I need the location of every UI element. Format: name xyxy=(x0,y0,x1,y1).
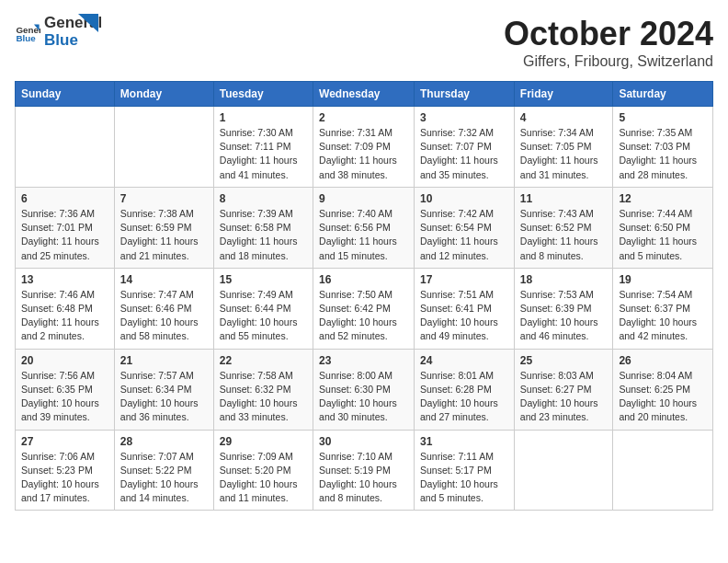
day-number: 31 xyxy=(420,435,508,448)
calendar-cell: 21Sunrise: 7:57 AM Sunset: 6:34 PM Dayli… xyxy=(114,349,213,430)
day-info: Sunrise: 7:43 AM Sunset: 6:52 PM Dayligh… xyxy=(520,207,608,263)
day-number: 22 xyxy=(220,354,307,367)
calendar-cell: 15Sunrise: 7:49 AM Sunset: 6:44 PM Dayli… xyxy=(213,268,313,349)
day-info: Sunrise: 7:38 AM Sunset: 6:59 PM Dayligh… xyxy=(120,207,208,263)
calendar-cell: 26Sunrise: 8:04 AM Sunset: 6:25 PM Dayli… xyxy=(613,349,713,430)
calendar-cell xyxy=(514,430,613,511)
day-number: 10 xyxy=(420,192,508,205)
day-number: 7 xyxy=(120,192,208,205)
calendar-cell: 17Sunrise: 7:51 AM Sunset: 6:41 PM Dayli… xyxy=(415,268,515,349)
day-info: Sunrise: 7:07 AM Sunset: 5:22 PM Dayligh… xyxy=(120,450,208,506)
calendar-cell: 25Sunrise: 8:03 AM Sunset: 6:27 PM Dayli… xyxy=(514,349,613,430)
day-number: 13 xyxy=(21,273,108,286)
calendar-week-row: 6Sunrise: 7:36 AM Sunset: 7:01 PM Daylig… xyxy=(16,187,713,268)
calendar-week-row: 1Sunrise: 7:30 AM Sunset: 7:11 PM Daylig… xyxy=(16,107,713,188)
day-info: Sunrise: 7:06 AM Sunset: 5:23 PM Dayligh… xyxy=(21,450,108,506)
day-info: Sunrise: 7:39 AM Sunset: 6:58 PM Dayligh… xyxy=(220,207,307,263)
day-info: Sunrise: 7:53 AM Sunset: 6:39 PM Dayligh… xyxy=(520,288,608,344)
day-number: 3 xyxy=(420,111,508,124)
day-info: Sunrise: 7:11 AM Sunset: 5:17 PM Dayligh… xyxy=(420,450,508,506)
day-info: Sunrise: 7:34 AM Sunset: 7:05 PM Dayligh… xyxy=(520,126,608,182)
calendar-week-row: 13Sunrise: 7:46 AM Sunset: 6:48 PM Dayli… xyxy=(16,268,713,349)
calendar-cell xyxy=(613,430,713,511)
svg-marker-3 xyxy=(78,14,98,32)
day-number: 27 xyxy=(21,435,108,448)
day-number: 14 xyxy=(120,273,208,286)
logo-icon: General Blue xyxy=(15,19,40,45)
calendar-cell: 11Sunrise: 7:43 AM Sunset: 6:52 PM Dayli… xyxy=(514,187,613,268)
day-number: 20 xyxy=(21,354,108,367)
day-number: 5 xyxy=(619,111,707,124)
day-number: 16 xyxy=(319,273,408,286)
calendar-week-row: 27Sunrise: 7:06 AM Sunset: 5:23 PM Dayli… xyxy=(16,430,713,511)
day-number: 6 xyxy=(21,192,108,205)
calendar-cell xyxy=(16,107,115,188)
day-number: 29 xyxy=(220,435,307,448)
calendar-cell: 2Sunrise: 7:31 AM Sunset: 7:09 PM Daylig… xyxy=(313,107,415,188)
calendar-cell: 3Sunrise: 7:32 AM Sunset: 7:07 PM Daylig… xyxy=(415,107,515,188)
calendar-cell: 10Sunrise: 7:42 AM Sunset: 6:54 PM Dayli… xyxy=(415,187,515,268)
calendar-cell: 20Sunrise: 7:56 AM Sunset: 6:35 PM Dayli… xyxy=(16,349,115,430)
logo-triangle-icon xyxy=(78,14,98,40)
day-info: Sunrise: 7:58 AM Sunset: 6:32 PM Dayligh… xyxy=(220,369,307,425)
day-number: 24 xyxy=(420,354,508,367)
day-info: Sunrise: 7:56 AM Sunset: 6:35 PM Dayligh… xyxy=(21,369,108,425)
calendar-cell: 24Sunrise: 8:01 AM Sunset: 6:28 PM Dayli… xyxy=(415,349,515,430)
title-block: October 2024 Giffers, Fribourg, Switzerl… xyxy=(504,15,713,70)
column-header-sunday: Sunday xyxy=(16,82,115,107)
calendar-cell: 5Sunrise: 7:35 AM Sunset: 7:03 PM Daylig… xyxy=(613,107,713,188)
calendar-cell xyxy=(114,107,213,188)
calendar-cell: 4Sunrise: 7:34 AM Sunset: 7:05 PM Daylig… xyxy=(514,107,613,188)
svg-text:Blue: Blue xyxy=(16,32,36,42)
calendar-table: SundayMondayTuesdayWednesdayThursdayFrid… xyxy=(15,81,713,511)
calendar-cell: 22Sunrise: 7:58 AM Sunset: 6:32 PM Dayli… xyxy=(213,349,313,430)
calendar-cell: 23Sunrise: 8:00 AM Sunset: 6:30 PM Dayli… xyxy=(313,349,415,430)
day-number: 11 xyxy=(520,192,608,205)
calendar-cell: 16Sunrise: 7:50 AM Sunset: 6:42 PM Dayli… xyxy=(313,268,415,349)
calendar-cell: 30Sunrise: 7:10 AM Sunset: 5:19 PM Dayli… xyxy=(313,430,415,511)
day-number: 1 xyxy=(220,111,307,124)
calendar-cell: 7Sunrise: 7:38 AM Sunset: 6:59 PM Daylig… xyxy=(114,187,213,268)
column-header-wednesday: Wednesday xyxy=(313,82,415,107)
column-header-monday: Monday xyxy=(114,82,213,107)
day-info: Sunrise: 7:32 AM Sunset: 7:07 PM Dayligh… xyxy=(420,126,508,182)
column-header-tuesday: Tuesday xyxy=(213,82,313,107)
calendar-cell: 13Sunrise: 7:46 AM Sunset: 6:48 PM Dayli… xyxy=(16,268,115,349)
column-header-saturday: Saturday xyxy=(613,82,713,107)
day-info: Sunrise: 8:04 AM Sunset: 6:25 PM Dayligh… xyxy=(619,369,707,425)
day-info: Sunrise: 7:36 AM Sunset: 7:01 PM Dayligh… xyxy=(21,207,108,263)
day-info: Sunrise: 7:09 AM Sunset: 5:20 PM Dayligh… xyxy=(220,450,307,506)
day-number: 19 xyxy=(619,273,707,286)
calendar-cell: 29Sunrise: 7:09 AM Sunset: 5:20 PM Dayli… xyxy=(213,430,313,511)
calendar-cell: 1Sunrise: 7:30 AM Sunset: 7:11 PM Daylig… xyxy=(213,107,313,188)
day-info: Sunrise: 7:44 AM Sunset: 6:50 PM Dayligh… xyxy=(619,207,707,263)
day-number: 4 xyxy=(520,111,608,124)
calendar-cell: 14Sunrise: 7:47 AM Sunset: 6:46 PM Dayli… xyxy=(114,268,213,349)
day-number: 26 xyxy=(619,354,707,367)
page-header: General Blue General Blue October 2024 G… xyxy=(15,15,713,70)
day-number: 21 xyxy=(120,354,208,367)
day-info: Sunrise: 7:31 AM Sunset: 7:09 PM Dayligh… xyxy=(319,126,408,182)
calendar-cell: 28Sunrise: 7:07 AM Sunset: 5:22 PM Dayli… xyxy=(114,430,213,511)
column-header-friday: Friday xyxy=(514,82,613,107)
day-number: 2 xyxy=(319,111,408,124)
column-header-thursday: Thursday xyxy=(415,82,515,107)
location-text: Giffers, Fribourg, Switzerland xyxy=(504,53,713,70)
day-info: Sunrise: 8:03 AM Sunset: 6:27 PM Dayligh… xyxy=(520,369,608,425)
calendar-cell: 6Sunrise: 7:36 AM Sunset: 7:01 PM Daylig… xyxy=(16,187,115,268)
day-info: Sunrise: 7:57 AM Sunset: 6:34 PM Dayligh… xyxy=(120,369,208,425)
day-info: Sunrise: 7:35 AM Sunset: 7:03 PM Dayligh… xyxy=(619,126,707,182)
day-number: 9 xyxy=(319,192,408,205)
calendar-cell: 8Sunrise: 7:39 AM Sunset: 6:58 PM Daylig… xyxy=(213,187,313,268)
day-number: 12 xyxy=(619,192,707,205)
day-info: Sunrise: 7:49 AM Sunset: 6:44 PM Dayligh… xyxy=(220,288,307,344)
calendar-cell: 19Sunrise: 7:54 AM Sunset: 6:37 PM Dayli… xyxy=(613,268,713,349)
day-info: Sunrise: 7:50 AM Sunset: 6:42 PM Dayligh… xyxy=(319,288,408,344)
day-number: 17 xyxy=(420,273,508,286)
day-info: Sunrise: 7:10 AM Sunset: 5:19 PM Dayligh… xyxy=(319,450,408,506)
day-info: Sunrise: 8:01 AM Sunset: 6:28 PM Dayligh… xyxy=(420,369,508,425)
day-info: Sunrise: 7:42 AM Sunset: 6:54 PM Dayligh… xyxy=(420,207,508,263)
logo: General Blue General Blue xyxy=(15,15,98,49)
day-info: Sunrise: 8:00 AM Sunset: 6:30 PM Dayligh… xyxy=(319,369,408,425)
day-info: Sunrise: 7:47 AM Sunset: 6:46 PM Dayligh… xyxy=(120,288,208,344)
